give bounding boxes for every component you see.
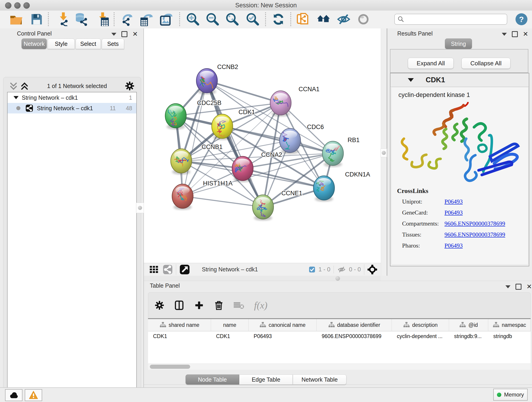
save-session-icon[interactable]: [30, 12, 44, 26]
graph-node-hist1h1a[interactable]: [172, 184, 193, 210]
crosslink-value-link[interactable]: P06493: [444, 242, 462, 249]
delete-column-icon[interactable]: [214, 300, 224, 310]
network-row[interactable]: String Network – cdk1 11 48: [7, 103, 136, 114]
cloud-button[interactable]: [5, 389, 22, 401]
column-header--id[interactable]: @id: [449, 319, 488, 331]
splitter-grip[interactable]: [136, 203, 144, 213]
column-header-database-identifier[interactable]: database identifier: [317, 319, 392, 331]
copy-network-icon[interactable]: [296, 12, 310, 26]
table-cell[interactable]: CDK1: [148, 331, 211, 341]
graph-node-cdkn1a[interactable]: [313, 176, 335, 202]
zoom-out-icon[interactable]: [206, 12, 220, 26]
add-column-icon[interactable]: [194, 300, 204, 310]
scrollbar-thumb[interactable]: [150, 365, 190, 369]
vertical-splitter[interactable]: [381, 28, 387, 276]
import-network-icon[interactable]: [56, 12, 70, 26]
crosslink-value-link[interactable]: 9606.ENSP00000378699: [444, 231, 505, 238]
table-options-gear-icon[interactable]: [155, 300, 164, 310]
table-cell[interactable]: stringdb:9...: [449, 331, 488, 341]
column-header-name[interactable]: name: [211, 319, 249, 331]
column-header-namespac[interactable]: namespac: [488, 319, 531, 331]
column-header-description[interactable]: description: [392, 319, 449, 331]
panel-close-icon[interactable]: ✕: [523, 32, 528, 36]
tab-sets[interactable]: Sets: [102, 38, 124, 49]
graph-node-cdc6[interactable]: [279, 128, 301, 154]
network-graph[interactable]: CCNB2CCNA1CDC25BCDK1CDC6RB1CCNB1CCNA2CDK…: [144, 28, 381, 263]
panel-close-icon[interactable]: ✕: [133, 32, 138, 36]
zoom-selected-icon[interactable]: [246, 12, 260, 26]
selected-checkbox-icon[interactable]: [309, 266, 315, 273]
graph-node-ccna1[interactable]: [270, 91, 291, 117]
refresh-icon[interactable]: [272, 12, 285, 26]
table-cell[interactable]: cyclin-dependent ...: [392, 331, 449, 341]
column-header-shared-name[interactable]: shared name: [148, 319, 211, 331]
hidden-eye-icon[interactable]: [337, 266, 346, 274]
collapse-all-icon[interactable]: [9, 81, 18, 90]
expand-all-icon[interactable]: [20, 81, 29, 90]
crosslink-value-link[interactable]: P06493: [444, 198, 462, 205]
panel-close-icon[interactable]: ✕: [526, 284, 532, 289]
show-columns-icon[interactable]: [174, 300, 184, 311]
crosslink-value-link[interactable]: 9606.ENSP00000378699: [444, 220, 505, 227]
home-pair-icon[interactable]: [317, 12, 330, 26]
export-image-icon[interactable]: [159, 12, 173, 26]
tab-style[interactable]: Style: [48, 38, 75, 49]
tab-network-table[interactable]: Network Table: [293, 375, 346, 385]
string-gray-badge-icon[interactable]: [163, 264, 173, 274]
graph-node-ccnb1[interactable]: [171, 149, 192, 175]
horizontal-splitter[interactable]: [144, 276, 381, 281]
graph-node-rb1[interactable]: [322, 141, 343, 167]
birds-eye-grid-icon[interactable]: [149, 265, 159, 274]
help-icon[interactable]: ?: [515, 13, 527, 25]
tree-expander-icon[interactable]: [13, 96, 19, 99]
network-canvas[interactable]: CCNB2CCNA1CDC25BCDK1CDC6RB1CCNB1CCNA2CDK…: [144, 28, 381, 263]
table-cell[interactable]: CDK1: [211, 331, 249, 341]
sphere-icon[interactable]: [356, 12, 370, 26]
graph-node-ccna2[interactable]: [232, 156, 253, 182]
export-network-icon[interactable]: [120, 12, 134, 26]
import-table-icon[interactable]: [96, 12, 109, 26]
panel-float-icon[interactable]: [121, 31, 127, 37]
panel-menu-icon[interactable]: [505, 285, 510, 288]
table-header-row: shared namenamecanonical namedatabase id…: [148, 319, 531, 332]
table-cell[interactable]: P06493: [249, 331, 317, 341]
graph-node-ccne1[interactable]: [253, 195, 273, 221]
panel-float-icon[interactable]: [515, 284, 521, 290]
node-table[interactable]: shared namenamecanonical namedatabase id…: [148, 318, 531, 364]
graph-node-ccnb2[interactable]: [196, 69, 217, 95]
graph-node-cdk1[interactable]: [212, 114, 233, 140]
panel-menu-icon[interactable]: [502, 33, 507, 36]
collapse-all-button[interactable]: Collapse All: [462, 58, 510, 69]
tab-network[interactable]: Network: [22, 38, 47, 49]
search-input[interactable]: [404, 16, 501, 23]
export-table-icon[interactable]: [139, 12, 153, 26]
import-database-icon[interactable]: [75, 12, 89, 26]
warnings-button[interactable]: [25, 389, 42, 401]
panel-menu-icon[interactable]: [111, 33, 116, 36]
network-collection-row[interactable]: String Network – cdk1 1: [7, 92, 136, 103]
zoom-fit-icon[interactable]: [225, 12, 239, 26]
search-field[interactable]: [394, 14, 507, 25]
table-cell[interactable]: 9606.ENSP00000378699: [317, 331, 392, 341]
column-header-canonical-name[interactable]: canonical name: [249, 319, 317, 331]
tab-node-table[interactable]: Node Table: [186, 375, 239, 385]
open-folder-icon[interactable]: [9, 12, 23, 26]
table-hscrollbar[interactable]: [148, 364, 531, 370]
network-options-gear-icon[interactable]: [125, 81, 134, 91]
hide-toggle-icon[interactable]: [337, 12, 351, 26]
graph-node-cdc25b[interactable]: [165, 104, 186, 129]
open-in-window-icon[interactable]: [179, 264, 190, 275]
tab-select[interactable]: Select: [76, 38, 101, 49]
splitter-grip[interactable]: [336, 276, 340, 281]
section-collapse-icon[interactable]: [408, 78, 414, 82]
crosslink-value-link[interactable]: P06493: [444, 209, 462, 216]
memory-button[interactable]: Memory: [493, 389, 528, 401]
zoom-in-icon[interactable]: [186, 12, 200, 26]
fit-selected-crosshair-icon[interactable]: [367, 265, 377, 274]
expand-all-button[interactable]: Expand All: [408, 58, 454, 69]
tab-string[interactable]: String: [445, 38, 472, 49]
panel-float-icon[interactable]: [512, 31, 518, 37]
tab-edge-table[interactable]: Edge Table: [239, 375, 293, 385]
splitter-grip[interactable]: [380, 148, 387, 157]
table-cell[interactable]: stringdb: [488, 331, 531, 341]
